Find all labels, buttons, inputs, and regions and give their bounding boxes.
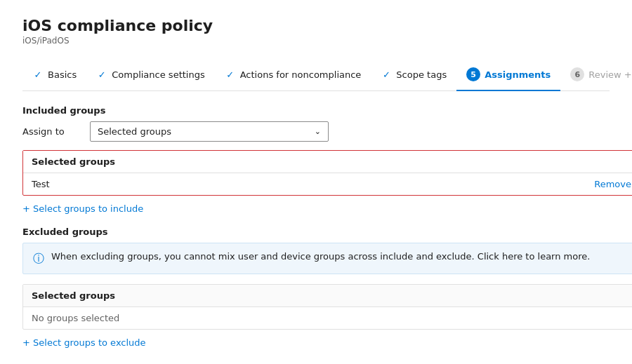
included-selected-groups-header: Selected groups [23, 151, 632, 173]
step-actions-noncompliance[interactable]: ✓ Actions for noncompliance [215, 62, 371, 90]
check-icon-actions: ✓ [225, 69, 236, 80]
check-icon-compliance: ✓ [96, 69, 107, 80]
select-groups-to-exclude-link[interactable]: + Select groups to exclude [22, 337, 146, 348]
step-assignments-label: Assignments [485, 69, 551, 80]
page-title: iOS compliance policy [22, 17, 610, 34]
check-icon-scope: ✓ [381, 69, 392, 80]
chevron-down-icon: ⌄ [315, 127, 321, 136]
excluded-no-groups-text: No groups selected [32, 313, 119, 323]
assign-to-row: Assign to Selected groups ⌄ [22, 121, 610, 142]
select-groups-to-include-link[interactable]: + Select groups to include [22, 203, 143, 214]
step-num-assignments: 5 [466, 67, 480, 81]
assign-to-dropdown[interactable]: Selected groups ⌄ [90, 121, 329, 142]
step-review-create[interactable]: 6 Review + create [560, 60, 632, 91]
wizard-steps: ✓ Basics ✓ Compliance settings ✓ Actions… [22, 60, 610, 91]
excluded-selected-groups-box: Selected groups No groups selected [22, 284, 632, 330]
included-selected-groups-box: Selected groups Test Remove [22, 150, 632, 196]
excluded-selected-groups-header: Selected groups [23, 285, 632, 307]
excluded-groups-section: Excluded groups ⓘ When excluding groups,… [22, 227, 610, 360]
step-compliance-label: Compliance settings [112, 69, 205, 80]
step-scope-tags[interactable]: ✓ Scope tags [371, 62, 456, 90]
assign-to-label: Assign to [22, 126, 79, 137]
excluded-groups-label: Excluded groups [22, 227, 610, 237]
remove-test-group-button[interactable]: Remove [594, 179, 631, 189]
step-basics[interactable]: ✓ Basics [22, 62, 86, 90]
step-review-label: Review + create [588, 69, 632, 80]
step-basics-label: Basics [48, 69, 77, 80]
check-icon-basics: ✓ [32, 69, 44, 80]
included-group-test-name: Test [32, 179, 50, 189]
excluded-no-groups-row: No groups selected [23, 307, 632, 329]
step-scope-label: Scope tags [396, 69, 447, 80]
info-banner-text: When excluding groups, you cannot mix us… [51, 250, 590, 263]
info-icon: ⓘ [33, 251, 44, 267]
page-subtitle: iOS/iPadOS [22, 36, 610, 46]
step-num-review: 6 [570, 67, 584, 81]
excluded-groups-info-banner: ⓘ When excluding groups, you cannot mix … [22, 243, 632, 274]
step-assignments[interactable]: 5 Assignments [456, 60, 560, 91]
included-groups-label: Included groups [22, 105, 610, 116]
dropdown-value: Selected groups [98, 126, 171, 137]
included-group-test-row: Test Remove [23, 173, 632, 195]
step-compliance-settings[interactable]: ✓ Compliance settings [86, 62, 215, 90]
step-actions-label: Actions for noncompliance [240, 69, 362, 80]
included-groups-section: Included groups Assign to Selected group… [22, 105, 610, 227]
